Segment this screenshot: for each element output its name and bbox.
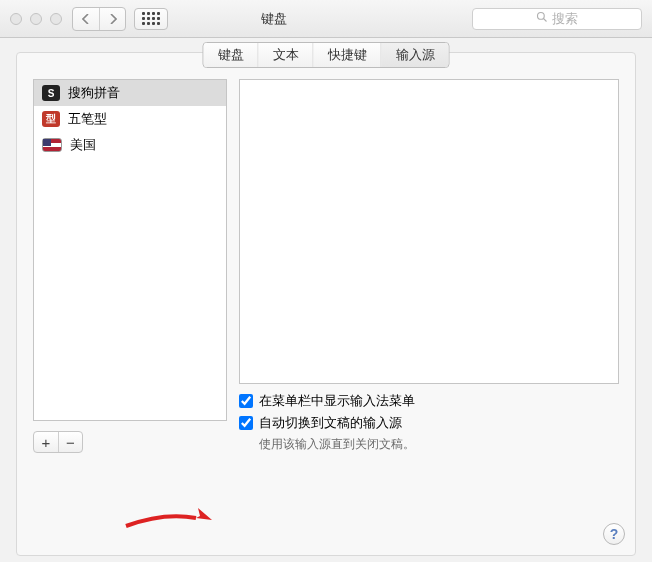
svg-line-1	[544, 19, 547, 22]
search-icon	[536, 11, 548, 26]
input-sources-list[interactable]: S 搜狗拼音 型 五笔型 美国	[33, 79, 227, 421]
tab-keyboard[interactable]: 键盘	[204, 43, 259, 67]
preferences-panel: 键盘 文本 快捷键 输入源 S 搜狗拼音 型 五笔型	[16, 52, 636, 556]
help-button[interactable]: ?	[603, 523, 625, 545]
window-title: 键盘	[76, 10, 472, 28]
tab-bar: 键盘 文本 快捷键 输入源	[203, 42, 450, 68]
options-area: 在菜单栏中显示输入法菜单 自动切换到文稿的输入源 使用该输入源直到关闭文稿。	[239, 392, 619, 453]
close-window-button[interactable]	[10, 13, 22, 25]
tab-text[interactable]: 文本	[259, 43, 314, 67]
traffic-lights	[10, 13, 62, 25]
tab-input-sources[interactable]: 输入源	[382, 43, 449, 67]
show-menu-checkbox[interactable]	[239, 394, 253, 408]
auto-switch-checkbox[interactable]	[239, 416, 253, 430]
tab-shortcuts[interactable]: 快捷键	[314, 43, 382, 67]
content-area: 键盘 文本 快捷键 输入源 S 搜狗拼音 型 五笔型	[0, 38, 652, 562]
list-item[interactable]: 型 五笔型	[34, 106, 226, 132]
input-source-label: 美国	[70, 136, 96, 154]
search-field[interactable]: 搜索	[472, 8, 642, 30]
auto-switch-label: 自动切换到文稿的输入源	[259, 414, 402, 432]
titlebar: 键盘 搜索	[0, 0, 652, 38]
svg-point-0	[538, 13, 545, 20]
search-placeholder: 搜索	[552, 10, 578, 28]
minimize-window-button[interactable]	[30, 13, 42, 25]
option-auto-switch: 自动切换到文稿的输入源	[239, 414, 619, 432]
auto-switch-hint: 使用该输入源直到关闭文稿。	[259, 436, 619, 453]
input-source-label: 搜狗拼音	[68, 84, 120, 102]
us-flag-icon	[42, 138, 62, 152]
wubi-icon: 型	[42, 111, 60, 127]
input-source-detail	[239, 79, 619, 384]
add-remove-group: + −	[33, 431, 83, 453]
input-source-label: 五笔型	[68, 110, 107, 128]
list-item[interactable]: S 搜狗拼音	[34, 80, 226, 106]
option-show-menu: 在菜单栏中显示输入法菜单	[239, 392, 619, 410]
zoom-window-button[interactable]	[50, 13, 62, 25]
sogou-icon: S	[42, 85, 60, 101]
list-item[interactable]: 美国	[34, 132, 226, 158]
show-menu-label: 在菜单栏中显示输入法菜单	[259, 392, 415, 410]
remove-button[interactable]: −	[58, 432, 82, 452]
add-button[interactable]: +	[34, 432, 58, 452]
